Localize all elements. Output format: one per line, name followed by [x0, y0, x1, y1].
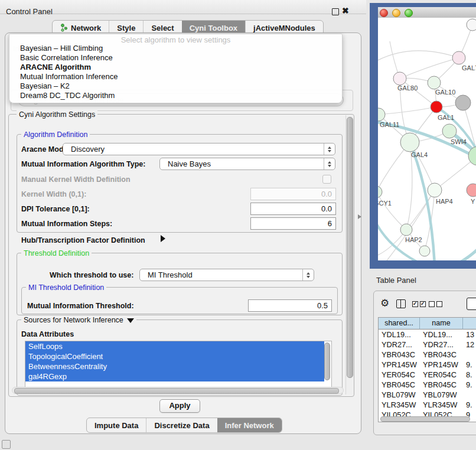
sources-title-text: Sources for Network Inference: [24, 316, 123, 324]
table-cell: YDR27...: [420, 340, 463, 350]
tab-infer-network[interactable]: Infer Network: [217, 418, 282, 432]
mi-threshold-definition-title: MI Threshold Definition: [26, 283, 106, 292]
splitter-collapse-icon[interactable]: [358, 214, 361, 219]
table-cell: 9.: [463, 360, 476, 370]
minimized-panel-icon[interactable]: [2, 440, 11, 449]
network-icon: [60, 24, 68, 32]
network-node[interactable]: [467, 19, 476, 31]
mi-threshold-input[interactable]: 0.5: [248, 299, 332, 312]
column-header-a[interactable]: A: [463, 318, 476, 330]
stepper-icon[interactable]: [324, 144, 335, 155]
network-node-gal10[interactable]: [428, 76, 441, 89]
dpi-tolerance-input[interactable]: 0.0: [250, 203, 336, 215]
select-all-icon[interactable]: [412, 301, 426, 307]
network-node[interactable]: [419, 246, 430, 256]
attribute-item-topologicalcoefficient[interactable]: TopologicalCoefficient: [25, 351, 324, 361]
node-label-gcy1: GCY1: [378, 200, 392, 207]
list-scrollbar-thumb[interactable]: [324, 343, 330, 380]
network-node-gal7[interactable]: [452, 51, 465, 64]
expand-arrow-icon[interactable]: [161, 235, 165, 242]
table-row[interactable]: YBR043CYBR043C: [379, 350, 476, 360]
which-threshold-label: Which threshold to use:: [50, 271, 133, 279]
network-edge[interactable]: [378, 51, 459, 60]
table-hscrollbar-thumb[interactable]: [380, 416, 470, 422]
tab-label: Select: [151, 24, 174, 32]
node-label-gal10: GAL10: [435, 89, 455, 96]
network-node-gal1[interactable]: [431, 101, 442, 113]
attribute-item-selfloops[interactable]: SelfLoops: [25, 341, 324, 351]
table-row[interactable]: YBL079WYBL079W: [379, 390, 476, 400]
function-builder-icon[interactable]: [467, 298, 476, 310]
manual-kernel-checkbox[interactable]: [322, 175, 331, 184]
tab-label: jActiveMNodules: [253, 24, 315, 32]
control-panel-title: Control Panel: [6, 7, 53, 16]
algorithm-option-aracne-algorithm[interactable]: ARACNE Algorithm: [20, 63, 336, 72]
algorithm-option-bayesian-hill-climbing[interactable]: Bayesian – Hill Climbing: [20, 44, 336, 53]
network-node-y[interactable]: [467, 184, 476, 197]
mi-steps-input[interactable]: 6: [250, 217, 336, 230]
table-cell: YBR045C: [379, 380, 420, 390]
sources-title[interactable]: Sources for Network Inference: [21, 316, 136, 324]
table-cell: YPR145W: [420, 360, 463, 370]
table-cell: YER054C: [420, 370, 463, 380]
network-canvas[interactable]: GAL7GAL80GAL10GAL1GAL11SWI4GAL4GCY1HAP4Y…: [378, 18, 476, 260]
stepper-icon[interactable]: [302, 269, 314, 281]
attribute-item-betweennesscentrality[interactable]: BetweennessCentrality: [25, 361, 324, 371]
network-node-gal4[interactable]: [400, 133, 419, 152]
algorithm-option-mutual-information-inference[interactable]: Mutual Information Inference: [20, 72, 336, 81]
node-label-y: Y: [471, 198, 475, 205]
network-node-gal80[interactable]: [393, 72, 406, 85]
minimize-window-icon[interactable]: [392, 9, 400, 17]
kernel-width-input[interactable]: 0.0: [250, 188, 336, 200]
aracne-mode-combo[interactable]: Discovery: [63, 143, 335, 155]
algorithm-option-bayesian-k2[interactable]: Bayesian – K2: [20, 81, 336, 91]
network-node[interactable]: [455, 95, 471, 110]
network-node-hap4[interactable]: [428, 183, 442, 197]
table-row[interactable]: YLR345WYLR345W9.: [379, 400, 476, 410]
tab-impute-data[interactable]: Impute Data: [87, 418, 146, 432]
network-node-gcy1[interactable]: [378, 186, 382, 198]
algorithm-option-basic-correlation-inference[interactable]: Basic Correlation Inference: [20, 53, 336, 63]
table-row[interactable]: YDR27...YDR27...12: [379, 340, 476, 350]
mi-type-value: Naive Bayes: [168, 158, 211, 169]
settings-hscrollbar-thumb[interactable]: [14, 388, 339, 394]
node-label-gal11: GAL11: [380, 121, 399, 128]
network-window-titlebar[interactable]: [378, 7, 476, 18]
table-row[interactable]: YDL19...YDL19...13: [379, 330, 476, 340]
mi-type-label: Mutual Information Algorithm Type:: [21, 160, 145, 168]
network-edge[interactable]: [400, 58, 459, 79]
gear-icon[interactable]: ⚙: [380, 297, 389, 309]
aracne-mode-value: Discovery: [71, 144, 105, 155]
network-edge[interactable]: [379, 107, 436, 115]
network-edge[interactable]: [378, 192, 406, 230]
table-row[interactable]: YBR045CYBR045C9.: [379, 380, 476, 390]
float-panel-icon[interactable]: [332, 8, 339, 15]
algorithm-option-dream8-dc-tdc-algorithm[interactable]: Dream8 DC_TDC Algorithm: [20, 91, 336, 100]
network-node-hap2[interactable]: [400, 224, 412, 236]
table-row[interactable]: YPR145WYPR145W9.: [379, 360, 476, 370]
apply-button[interactable]: Apply: [159, 399, 200, 413]
table-cell: YBL079W: [379, 390, 420, 400]
table-cell: 12: [463, 340, 476, 350]
show-columns-icon[interactable]: [396, 299, 406, 308]
table-row[interactable]: YER054CYER054C8.: [379, 370, 476, 380]
tab-discretize-data[interactable]: Discretize Data: [146, 418, 217, 432]
table-cell: YBR043C: [420, 350, 463, 360]
settings-scrollbar-thumb[interactable]: [347, 117, 353, 378]
close-window-icon[interactable]: [380, 9, 388, 17]
table-cell: [463, 350, 476, 360]
network-edge-thick[interactable]: [448, 245, 476, 260]
node-label-swi4: SWI4: [451, 138, 467, 145]
column-header-shared[interactable]: shared...: [379, 318, 420, 330]
network-node-swi4[interactable]: [442, 124, 457, 138]
column-header-name[interactable]: name: [420, 318, 463, 330]
mi-type-combo[interactable]: Naive Bayes: [159, 158, 335, 170]
zoom-window-icon[interactable]: [405, 9, 413, 17]
hub-definition-label: Hub/Transcription Factor Definition: [21, 236, 145, 244]
close-panel-icon[interactable]: ✖: [342, 6, 349, 15]
stepper-icon[interactable]: [324, 158, 335, 169]
which-threshold-combo[interactable]: MI Threshold: [139, 269, 314, 281]
deselect-all-icon[interactable]: [429, 301, 442, 307]
attribute-item-gal4rgexp[interactable]: gal4RGexp: [25, 371, 324, 381]
collapse-arrow-icon[interactable]: [127, 318, 134, 323]
